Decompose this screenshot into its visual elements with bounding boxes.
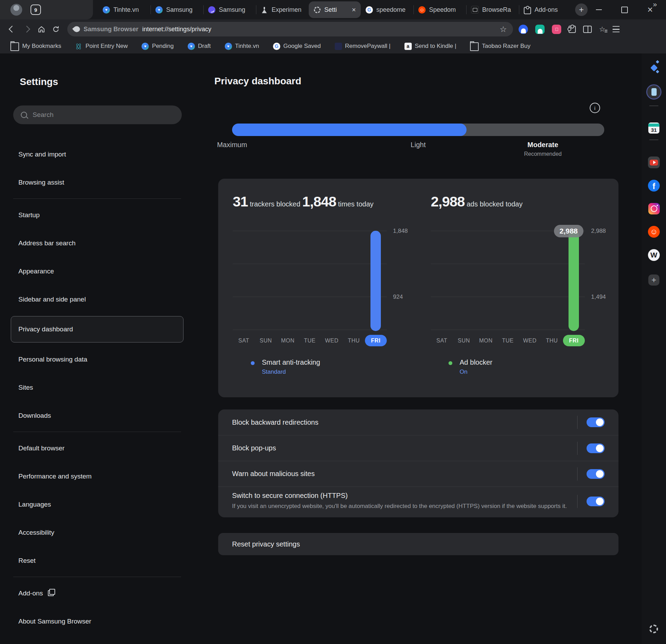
sidebar-item[interactable]: Startup [11,201,183,229]
slider-level[interactable]: Maximum [217,141,247,149]
trackers-bar-fri[interactable] [370,231,381,331]
day-label[interactable]: THU [343,335,365,346]
sidebar-item[interactable]: Downloads [11,401,183,430]
sidebar-item[interactable]: Add-ons [11,579,183,607]
settings-search[interactable] [13,105,182,124]
bookmark-item[interactable]: Tinhte.vn [225,43,259,50]
sidebar-item[interactable]: Sync and import [11,140,183,168]
ads-bar-fri[interactable] [569,231,579,331]
side-rail-item[interactable] [648,180,660,192]
side-rail-item[interactable]: 31 [648,122,659,134]
sidebar-item[interactable]: Languages [11,490,183,518]
sidebar-item[interactable]: Sites [11,373,183,401]
url-text[interactable]: internet://settings/privacy [142,26,211,33]
tab-counter-icon[interactable]: 9 [31,5,41,15]
rail-icon [648,156,660,168]
sidebar-item[interactable]: Performance and system [11,462,183,490]
bookmark-item[interactable]: RemovePaywall | [335,43,391,50]
bookmark-item[interactable]: Draft [188,43,211,50]
sidebar-item[interactable]: Browsing assist [11,168,183,196]
profile-avatar[interactable] [10,4,22,16]
bookmarks-overflow-icon[interactable] [653,0,657,8]
side-rail-item[interactable] [649,62,659,73]
split-view-icon[interactable] [583,26,592,33]
browser-tab[interactable]: Samsung [151,0,203,19]
sidebar-item[interactable]: Default browser [11,434,183,462]
new-tab-button[interactable]: + [575,3,588,16]
day-label[interactable]: WED [519,335,541,346]
side-rail-item[interactable] [648,156,660,168]
day-label[interactable]: SAT [431,335,453,346]
sidebar-item[interactable]: Accessibility [11,518,183,546]
browser-tab[interactable]: Speedom [413,0,466,19]
side-rail-item[interactable] [648,272,659,286]
bookmark-star-icon[interactable] [500,25,507,34]
home-button[interactable] [34,22,49,36]
toggle-switch[interactable] [587,469,605,479]
bookmark-item[interactable]: Pending [142,43,173,50]
extension-teal-icon[interactable] [535,25,545,34]
toggle-switch[interactable] [587,443,605,453]
translate-extension-icon[interactable] [552,25,561,34]
reload-button[interactable] [49,22,63,36]
extensions-puzzle-icon[interactable] [569,26,576,33]
bookmark-item[interactable]: Point Entry New [75,43,128,50]
day-label[interactable]: TUE [497,335,519,346]
toggle-switch[interactable] [587,417,605,427]
bookmark-item[interactable]: Taobao Razer Buy [470,41,530,51]
reset-privacy-settings-button[interactable]: Reset privacy settings [218,533,618,555]
side-rail-item[interactable] [648,249,660,261]
privacy-level-slider[interactable]: Light Moderate Recommended Maximum [232,124,604,165]
bookmark-item[interactable]: Google Saved [273,43,321,50]
browser-tab[interactable]: Add-ons [519,0,572,19]
sidebar-item[interactable]: Privacy dashboard [11,316,183,342]
day-label[interactable]: WED [321,335,343,346]
side-rail-item[interactable] [648,203,660,214]
forward-button[interactable] [19,22,34,36]
vpn-extension-icon[interactable] [519,25,528,34]
sidebar-item[interactable]: Sidebar and side panel [11,285,183,313]
minimize-icon[interactable] [596,9,602,10]
trackers-legend-value[interactable]: Standard [262,368,320,375]
sidebar-item[interactable]: Reset [11,546,183,575]
sidebar-item[interactable]: Personal browsing data [11,345,183,373]
day-label[interactable]: MON [475,335,497,346]
ads-legend-value[interactable]: On [460,368,493,375]
bookmark-item[interactable]: Send to Kindle | [404,43,456,50]
info-icon[interactable]: i [590,103,600,113]
day-label[interactable]: SAT [233,335,255,346]
browser-tab[interactable]: Experimen [256,0,309,19]
browser-tab[interactable]: BrowseRa [466,0,519,19]
tab-close-icon[interactable]: × [352,6,356,13]
page-settings-gear-icon[interactable] [649,625,658,634]
day-label[interactable]: FRI [563,335,585,346]
menu-icon[interactable] [613,26,620,32]
bookmarks-list-icon[interactable] [599,25,605,33]
page-title: Privacy dashboard [214,76,642,87]
browser-tab[interactable]: Tinhte.vn [98,0,151,19]
day-label[interactable]: MON [277,335,299,346]
bookmark-item[interactable]: My Bookmarks [10,41,61,51]
side-rail-item[interactable] [646,84,661,100]
side-rail-item[interactable] [648,226,660,238]
browser-tab[interactable]: Setti × [309,1,361,18]
back-button[interactable] [5,22,19,36]
sidebar-item[interactable]: Appearance [11,257,183,285]
slider-level[interactable]: Light [411,141,426,149]
day-label[interactable]: FRI [365,335,387,346]
day-label[interactable]: SUN [255,335,276,346]
maximize-icon[interactable] [621,7,628,13]
slider-level[interactable]: Moderate Recommended [524,141,562,157]
sidebar-item[interactable]: About Samsung Browser [11,607,183,635]
browser-tab[interactable]: speedome [361,0,413,19]
sidebar-item[interactable]: Address bar search [11,229,183,257]
search-input[interactable] [32,111,174,119]
toggle-switch[interactable] [587,497,605,506]
url-bar[interactable]: Samsung Browser internet://settings/priv… [67,22,513,36]
close-icon[interactable]: × [647,5,653,15]
day-label[interactable]: THU [541,335,563,346]
day-label[interactable]: SUN [453,335,475,346]
slider-track[interactable] [232,124,604,136]
day-label[interactable]: TUE [299,335,321,346]
browser-tab[interactable]: Samsung [203,0,256,19]
